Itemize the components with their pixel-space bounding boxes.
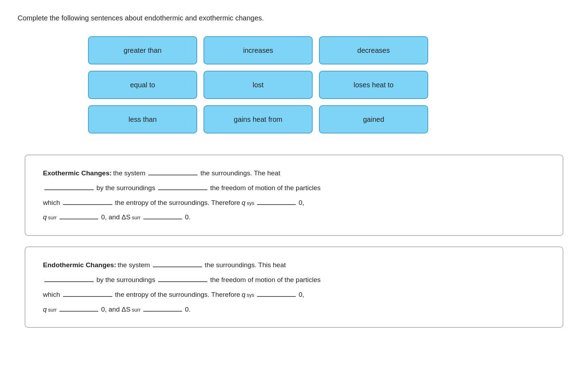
exo-delta-sub: surr (132, 212, 141, 223)
tile-decreases[interactable]: decreases (319, 36, 428, 64)
endo-qsys: q (242, 287, 245, 302)
endo-blank2[interactable] (44, 273, 94, 282)
endothermic-heading: Endothermic Changes: (43, 258, 116, 273)
exo-text3: by the surroundings (96, 181, 155, 195)
exo-qsys-sub: sys (247, 198, 254, 209)
exo-blank2[interactable] (44, 181, 94, 190)
exo-text6: the entropy of the surroundings. Therefo… (115, 195, 240, 210)
exo-text7: 0, (299, 195, 304, 210)
endothermic-line1: Endothermic Changes: the system the surr… (43, 258, 545, 273)
exothermic-line2: by the surroundings the freedom of motio… (43, 181, 545, 195)
exo-text4: the freedom of motion of the particles (210, 181, 321, 195)
endo-text9: 0. (185, 302, 190, 317)
exo-blank1[interactable] (148, 166, 198, 175)
exo-text9: 0. (185, 210, 190, 225)
endo-qsys-sub: sys (247, 290, 254, 301)
exo-blank7[interactable] (143, 210, 182, 220)
page-instruction: Complete the following sentences about e… (18, 14, 570, 22)
exothermic-line1: Exothermic Changes: the system the surro… (43, 166, 545, 181)
exothermic-line3: which the entropy of the surroundings. T… (43, 195, 545, 210)
endo-qsurr: q (43, 302, 47, 317)
endo-blank3[interactable] (158, 273, 207, 282)
endo-text4: the freedom of motion of the particles (210, 273, 321, 287)
endo-text8: 0, and ΔS (101, 302, 130, 317)
word-bank: greater than increases decreases equal t… (88, 36, 570, 133)
endothermic-line4: qsurr 0, and ΔSsurr 0. (43, 302, 545, 317)
sentences-area: Exothermic Changes: the system the surro… (25, 155, 563, 328)
exo-text2: the surroundings. The heat (200, 166, 280, 181)
endo-blank5[interactable] (257, 287, 296, 297)
exo-blank5[interactable] (257, 195, 296, 205)
exo-qsurr-sub: surr (48, 212, 57, 223)
endo-blank6[interactable] (60, 302, 98, 312)
exo-qsys: q (242, 195, 245, 210)
tile-gains-heat-from[interactable]: gains heat from (204, 105, 313, 133)
exo-text8: 0, and ΔS (101, 210, 130, 225)
exo-text5: which (43, 195, 60, 210)
endo-text3: by the surroundings (96, 273, 155, 287)
endo-text6: the entropy of the surroundings. Therefo… (115, 287, 240, 302)
exothermic-heading: Exothermic Changes: (43, 166, 112, 181)
exo-text1: the system (113, 166, 145, 181)
tile-equal-to[interactable]: equal to (88, 71, 197, 99)
exo-blank3[interactable] (158, 181, 207, 190)
exo-qsurr: q (43, 210, 47, 225)
tile-greater-than[interactable]: greater than (88, 36, 197, 64)
tile-gained[interactable]: gained (319, 105, 428, 133)
exo-blank4[interactable] (63, 195, 112, 205)
endo-text2: the surroundings. This heat (205, 258, 286, 273)
endothermic-line3: which the entropy of the surroundings. T… (43, 287, 545, 302)
endo-blank4[interactable] (63, 287, 112, 297)
endo-blank7[interactable] (143, 302, 182, 312)
endo-blank1[interactable] (153, 258, 202, 268)
exothermic-box: Exothermic Changes: the system the surro… (25, 155, 563, 236)
endothermic-line2: by the surroundings the freedom of motio… (43, 273, 545, 287)
endo-qsurr-sub: surr (48, 305, 57, 315)
tile-loses-heat-to[interactable]: loses heat to (319, 71, 428, 99)
endo-text1: the system (118, 258, 150, 273)
endo-delta-sub: surr (132, 305, 141, 315)
tile-less-than[interactable]: less than (88, 105, 197, 133)
endo-text7: 0, (299, 287, 304, 302)
tile-lost[interactable]: lost (204, 71, 313, 99)
endo-text5: which (43, 287, 60, 302)
endothermic-box: Endothermic Changes: the system the surr… (25, 246, 563, 328)
exo-blank6[interactable] (60, 210, 98, 220)
tile-increases[interactable]: increases (204, 36, 313, 64)
exothermic-line4: qsurr 0, and ΔSsurr 0. (43, 210, 545, 225)
